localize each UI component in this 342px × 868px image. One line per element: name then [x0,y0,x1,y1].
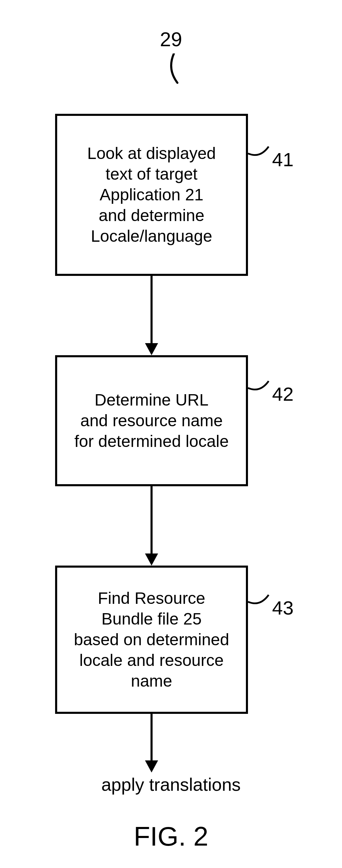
svg-marker-5 [145,760,158,772]
arrow-down-icon [143,714,160,772]
terminal-text: apply translations [0,774,342,795]
leader-line-2-icon [248,374,272,398]
ref-hook-icon [165,53,183,84]
step-box-2: Determine URL and resource name for dete… [55,355,248,486]
arrow-down-icon [143,276,160,355]
svg-marker-1 [145,343,158,355]
flowchart-canvas: 29 Look at displayed text of target Appl… [0,0,342,868]
figure-ref-number: 29 [0,28,342,51]
step-box-3-text: Find Resource Bundle file 25 based on de… [74,588,229,691]
step-box-3: Find Resource Bundle file 25 based on de… [55,566,248,714]
step-box-1-text: Look at displayed text of target Applica… [87,143,216,247]
step-ref-3: 43 [272,597,293,619]
arrow-down-icon [143,486,160,566]
step-box-2-text: Determine URL and resource name for dete… [74,390,229,452]
figure-caption: FIG. 2 [0,821,342,852]
leader-line-3-icon [248,588,272,612]
step-ref-1: 41 [272,148,293,171]
step-ref-2: 42 [272,383,293,405]
step-box-1: Look at displayed text of target Applica… [55,114,248,276]
leader-line-1-icon [248,140,272,164]
svg-marker-3 [145,553,158,566]
